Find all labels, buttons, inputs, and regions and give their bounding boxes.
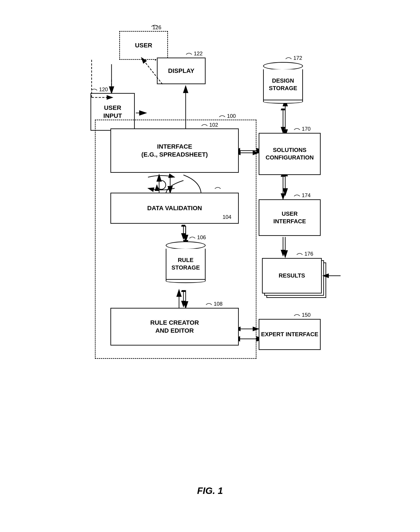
label-174: 174 [294,192,311,198]
label-100: 100 [219,113,236,119]
label-170: 170 [294,126,311,132]
label-104: 104 [214,186,231,220]
cylinder-body: RULE STORAGE [166,249,206,280]
solutions-config-box: SOLUTIONS CONFIGURATION [259,133,321,175]
label-102: 102 [201,122,218,128]
diagram: USER 126 USER INPUT 120 DISPLAY 122 100 [77,13,343,501]
label-122: 122 [186,50,203,57]
rule-storage-cylinder: RULE STORAGE [166,241,206,283]
design-storage-cylinder: DESIGN STORAGE [263,62,303,104]
user-interface-box: USER INTERFACE [259,199,321,236]
rule-creator-box: RULE CREATOR AND EDITOR [110,308,239,345]
interface-box: INTERFACE (E.G., SPREADSHEET) [110,128,239,173]
svg-line-47 [141,58,163,84]
label-172: 172 [285,55,302,61]
label-176: 176 [296,251,313,257]
label-150: 150 [294,312,311,318]
results-page-1: RESULTS [262,258,322,294]
cylinder-top [166,241,206,249]
figure-label: FIG. 1 [197,485,223,496]
expert-interface-box: EXPERT INTERFACE [259,319,321,350]
label-108: 108 [206,301,223,307]
